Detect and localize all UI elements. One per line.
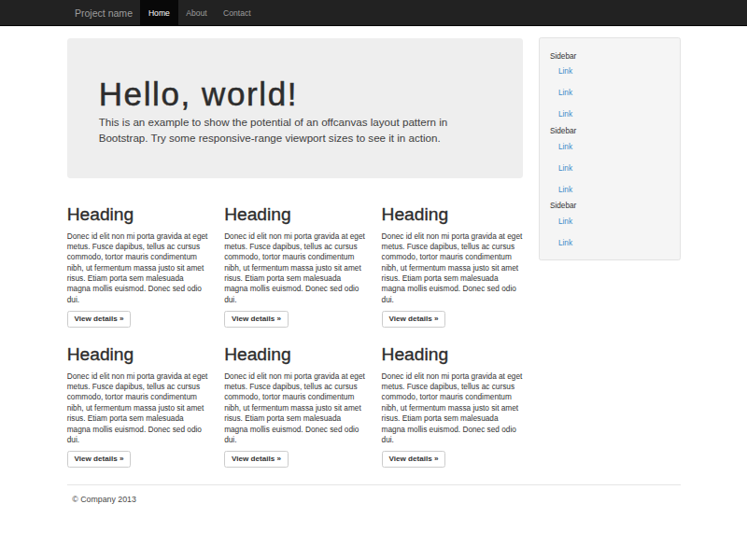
sidebar-item: Link: [550, 212, 669, 233]
nav-item-home: Home: [140, 0, 177, 25]
card-6: Heading Donec id elit non mi porta gravi…: [374, 336, 530, 469]
card-heading: Heading: [67, 205, 209, 224]
sidebar-link[interactable]: Link: [550, 136, 669, 158]
card-5: Heading Donec id elit non mi porta gravi…: [217, 336, 374, 469]
sidebar-item: Link: [550, 83, 669, 105]
card-2: Heading Donec id elit non mi porta gravi…: [217, 196, 374, 329]
nav-link-contact[interactable]: Contact: [215, 0, 259, 25]
sidebar-link[interactable]: Link: [550, 105, 669, 126]
footer: © Company 2013: [67, 495, 681, 505]
navbar-container: Project name Home About Contact: [59, 0, 688, 25]
sidebar-header: Sidebar: [550, 51, 669, 62]
sidebar-link[interactable]: Link: [550, 83, 669, 105]
sidebar-item: Link: [550, 62, 669, 83]
sidebar-item: Link: [550, 158, 669, 179]
jumbotron-title: Hello, world!: [99, 77, 492, 111]
card-1: Heading Donec id elit non mi porta gravi…: [59, 196, 216, 329]
navbar-brand[interactable]: Project name: [67, 0, 141, 25]
view-details-button[interactable]: View details »: [67, 451, 132, 468]
card-text: Donec id elit non mi porta gravida at eg…: [67, 371, 209, 445]
card-3: Heading Donec id elit non mi porta gravi…: [374, 196, 530, 329]
nav-item-contact: Contact: [215, 0, 259, 25]
view-details-button[interactable]: View details »: [382, 311, 446, 328]
card-text: Donec id elit non mi porta gravida at eg…: [67, 231, 209, 305]
card-heading: Heading: [224, 205, 366, 224]
nav-link-home[interactable]: Home: [140, 0, 177, 25]
sidebar-link[interactable]: Link: [550, 62, 669, 83]
card-heading: Heading: [382, 345, 524, 364]
card-4: Heading Donec id elit non mi porta gravi…: [59, 336, 216, 469]
view-details-button[interactable]: View details »: [382, 451, 446, 468]
card-text: Donec id elit non mi porta gravida at eg…: [224, 231, 366, 305]
footer-divider: [67, 484, 681, 485]
sidebar-link[interactable]: Link: [550, 233, 669, 255]
navbar: Project name Home About Contact: [0, 0, 747, 26]
sidebar-nav: Sidebar Link Link Link Sidebar Link Link…: [550, 51, 669, 255]
footer-copyright: © Company 2013: [72, 495, 680, 505]
navbar-nav: Home About Contact: [140, 0, 259, 25]
card-heading: Heading: [224, 345, 366, 364]
cards-row: Heading Donec id elit non mi porta gravi…: [59, 196, 530, 476]
card-text: Donec id elit non mi porta gravida at eg…: [382, 371, 524, 445]
sidebar-item: Link: [550, 233, 669, 255]
jumbotron: Hello, world! This is an example to show…: [67, 38, 524, 178]
card-heading: Heading: [67, 345, 209, 364]
nav-link-about[interactable]: About: [178, 0, 216, 25]
view-details-button[interactable]: View details »: [224, 451, 289, 468]
sidebar-header: Sidebar: [550, 126, 669, 136]
main-column: Hello, world! This is an example to show…: [59, 26, 530, 476]
view-details-button[interactable]: View details »: [224, 311, 289, 328]
main-container: Hello, world! This is an example to show…: [59, 26, 688, 506]
sidebar-link[interactable]: Link: [550, 212, 669, 233]
layout-row: Hello, world! This is an example to show…: [59, 26, 688, 476]
card-text: Donec id elit non mi porta gravida at eg…: [224, 371, 366, 445]
sidebar-link[interactable]: Link: [550, 158, 669, 179]
view-details-button[interactable]: View details »: [67, 311, 132, 328]
sidebar-item: Link: [550, 179, 669, 201]
sidebar-column: Sidebar Link Link Link Sidebar Link Link…: [531, 26, 688, 476]
sidebar-item: Link: [550, 136, 669, 158]
sidebar-well: Sidebar Link Link Link Sidebar Link Link…: [539, 37, 681, 260]
sidebar-item: Link: [550, 105, 669, 126]
jumbotron-text: This is an example to show the potential…: [99, 114, 492, 146]
card-heading: Heading: [382, 205, 524, 224]
card-text: Donec id elit non mi porta gravida at eg…: [382, 231, 524, 305]
sidebar-header: Sidebar: [550, 201, 669, 211]
nav-item-about: About: [178, 0, 216, 25]
sidebar-link[interactable]: Link: [550, 179, 669, 201]
